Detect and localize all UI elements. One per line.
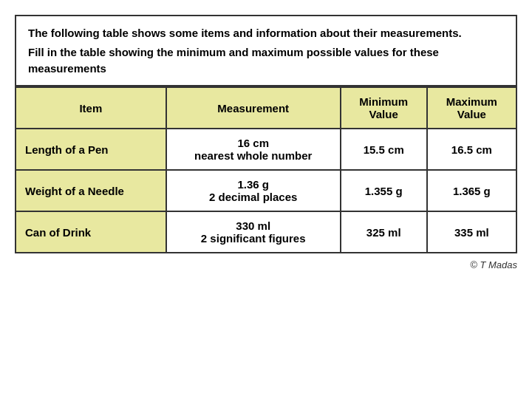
min-pen: 15.5 cm <box>341 129 427 170</box>
item-pen: Length of a Pen <box>16 129 166 170</box>
intro-line2: Fill in the table showing the minimum an… <box>28 44 504 77</box>
measurement-pen: 16 cm nearest whole number <box>166 129 341 170</box>
col-header-measurement: Measurement <box>166 87 341 129</box>
intro-box: The following table shows some items and… <box>15 15 517 86</box>
measurement-needle-line1: 1.36 g <box>237 178 269 191</box>
min-value-label: MinimumValue <box>359 95 408 120</box>
col-header-max: MaximumValue <box>427 87 516 129</box>
table-row: Weight of a Needle 1.36 g 2 decimal plac… <box>16 170 516 211</box>
max-value-label: MaximumValue <box>446 95 497 120</box>
max-drink: 335 ml <box>427 211 516 253</box>
col-header-min: MinimumValue <box>341 87 427 129</box>
measurement-drink-line1: 330 ml <box>236 219 270 232</box>
footer-text: © T Madas <box>470 259 517 270</box>
table-header-row: Item Measurement MinimumValue MaximumVal… <box>16 87 516 129</box>
max-needle: 1.365 g <box>427 170 516 211</box>
item-drink: Can of Drink <box>16 211 166 253</box>
measurement-needle-line2: 2 decimal places <box>209 191 297 203</box>
measurements-table: Item Measurement MinimumValue MaximumVal… <box>15 86 517 253</box>
min-needle: 1.355 g <box>341 170 427 211</box>
footer-credit: © T Madas <box>15 259 517 270</box>
intro-line1: The following table shows some items and… <box>28 25 504 41</box>
main-container: The following table shows some items and… <box>15 15 517 270</box>
measurement-pen-line1: 16 cm <box>237 137 269 149</box>
measurement-drink: 330 ml 2 significant figures <box>166 211 341 253</box>
item-needle: Weight of a Needle <box>16 170 166 211</box>
table-row: Can of Drink 330 ml 2 significant figure… <box>16 211 516 253</box>
measurement-needle: 1.36 g 2 decimal places <box>166 170 341 211</box>
table-row: Length of a Pen 16 cm nearest whole numb… <box>16 129 516 170</box>
max-pen: 16.5 cm <box>427 129 516 170</box>
col-header-item: Item <box>16 87 166 129</box>
min-drink: 325 ml <box>341 211 427 253</box>
measurement-pen-line2: nearest whole number <box>194 149 312 162</box>
measurement-drink-line2: 2 significant figures <box>201 232 306 245</box>
